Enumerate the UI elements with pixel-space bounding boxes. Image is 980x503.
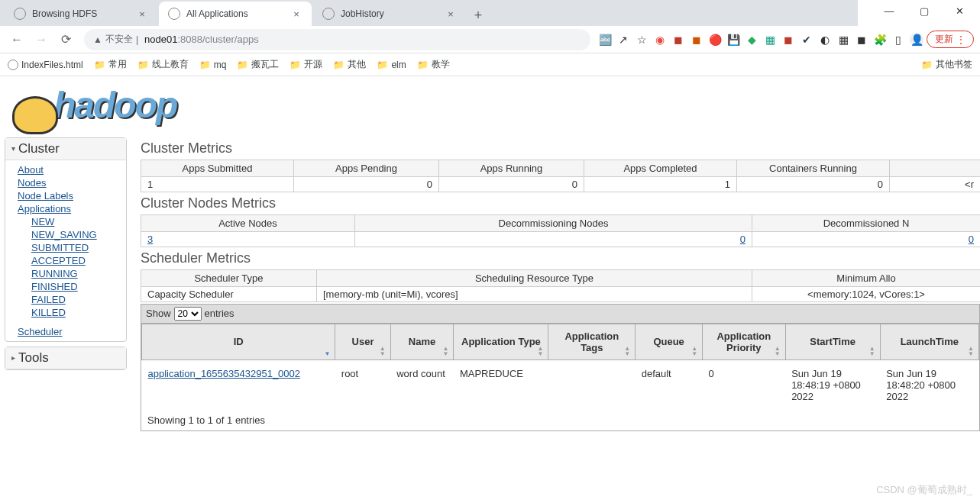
- ext-icon[interactable]: ▦: [763, 33, 777, 47]
- reload-button[interactable]: ⟳: [55, 29, 76, 50]
- sidebar-link-scheduler[interactable]: Scheduler: [18, 325, 126, 338]
- cell-name: word count: [390, 360, 454, 410]
- close-icon[interactable]: ×: [136, 8, 148, 20]
- bookmark-folder[interactable]: 📁线上教育: [137, 58, 189, 71]
- column-header-tags[interactable]: Application Tags▲▼: [548, 324, 636, 360]
- column-header[interactable]: Apps Pending: [294, 160, 439, 176]
- forward-button[interactable]: →: [31, 29, 52, 50]
- sidebar-link-new-saving[interactable]: NEW_SAVING: [31, 228, 126, 241]
- tab-all-applications[interactable]: All Applications ×: [159, 2, 312, 26]
- folder-icon: 📁: [333, 60, 344, 70]
- globe-icon: [14, 8, 26, 20]
- cell: 1: [141, 176, 294, 192]
- column-header[interactable]: Minimum Allo: [752, 269, 981, 286]
- link[interactable]: 0: [740, 234, 746, 245]
- update-button[interactable]: 更新 ⋮: [927, 31, 974, 48]
- ext-icon[interactable]: 🔴: [708, 33, 722, 47]
- sidebar-link-submitted[interactable]: SUBMITTED: [31, 241, 126, 254]
- sidebar-link-new[interactable]: NEW: [31, 215, 126, 228]
- minimize-button[interactable]: —: [872, 0, 907, 21]
- bookmark-folder[interactable]: 📁常用: [94, 58, 127, 71]
- sidebar-link-finished[interactable]: FINISHED: [31, 280, 126, 293]
- bookmark-folder[interactable]: 📁mq: [199, 60, 227, 70]
- ext-icon[interactable]: ▦: [836, 33, 850, 47]
- toolbar: ← → ⟳ ▲ 不安全 | node01:8088/cluster/apps 🔤…: [0, 26, 980, 53]
- sidebar-header-cluster[interactable]: ▾Cluster: [5, 138, 126, 160]
- extensions-icon[interactable]: 🧩: [873, 33, 887, 47]
- new-tab-button[interactable]: +: [467, 5, 489, 26]
- address-bar[interactable]: ▲ 不安全 | node01:8088/cluster/apps: [84, 29, 590, 50]
- share-icon[interactable]: ↗: [616, 33, 630, 47]
- cell: 0: [737, 176, 890, 192]
- ext-icon[interactable]: 💾: [726, 33, 740, 47]
- cell-queue: default: [636, 360, 703, 410]
- column-header-id[interactable]: ID▼: [142, 324, 335, 360]
- cell: [memory-mb (unit=Mi), vcores]: [317, 286, 752, 301]
- ext-icon[interactable]: ◼: [690, 33, 703, 47]
- sidebar-link-nodes[interactable]: Nodes: [18, 176, 126, 189]
- table-row: 3 0 0: [141, 231, 981, 247]
- close-icon[interactable]: ×: [445, 8, 457, 20]
- column-header[interactable]: Active Nodes: [141, 214, 355, 231]
- sidebar-link-killed[interactable]: KILLED: [31, 306, 126, 319]
- profile-icon[interactable]: 👤: [910, 33, 923, 47]
- ext-icon[interactable]: ◼: [671, 33, 685, 47]
- close-icon[interactable]: ×: [290, 8, 302, 20]
- column-header[interactable]: Scheduling Resource Type: [317, 269, 752, 286]
- reading-list-icon[interactable]: ▯: [891, 33, 905, 47]
- star-icon[interactable]: ☆: [635, 33, 648, 47]
- bookmark-folder[interactable]: 📁开源: [289, 58, 322, 71]
- column-header-type[interactable]: Application Type▲▼: [454, 324, 548, 360]
- sidebar-header-tools[interactable]: ▸Tools: [5, 347, 126, 369]
- ext-icon[interactable]: ◆: [745, 33, 758, 47]
- ext-icon[interactable]: ◐: [818, 33, 832, 47]
- entries-select[interactable]: 20: [174, 307, 202, 321]
- ext-icon[interactable]: ◼: [781, 33, 795, 47]
- ext-icon[interactable]: ✔: [800, 33, 813, 47]
- column-header-queue[interactable]: Queue▲▼: [636, 324, 703, 360]
- cluster-metrics-table: Apps Submitted Apps Pending Apps Running…: [141, 160, 980, 192]
- column-header[interactable]: Scheduler Type: [141, 269, 317, 286]
- translate-icon[interactable]: 🔤: [598, 33, 612, 47]
- bookmark-folder[interactable]: 📁其他: [333, 58, 366, 71]
- sidebar-link-about[interactable]: About: [18, 163, 126, 176]
- bookmark-folder[interactable]: 📁搬瓦工: [237, 58, 279, 71]
- globe-icon: [8, 60, 18, 70]
- nodes-metrics-table: Active Nodes Decommissioning Nodes Decom…: [141, 214, 980, 247]
- application-link[interactable]: application_1655635432951_0002: [148, 368, 301, 379]
- column-header[interactable]: Containers Running: [737, 160, 890, 176]
- link[interactable]: 0: [969, 234, 974, 245]
- section-header: Cluster Nodes Metrics: [141, 192, 980, 214]
- tab-browsing-hdfs[interactable]: Browsing HDFS ×: [5, 2, 157, 26]
- back-button[interactable]: ←: [6, 29, 27, 50]
- column-header[interactable]: Decommissioning Nodes: [355, 214, 752, 231]
- sidebar-link-running[interactable]: RUNNING: [31, 267, 126, 280]
- ext-icon[interactable]: ◼: [855, 33, 868, 47]
- link[interactable]: 3: [147, 234, 153, 245]
- sort-icon: ▲▼: [380, 346, 386, 356]
- sidebar-link-node-labels[interactable]: Node Labels: [18, 189, 126, 202]
- column-header[interactable]: Apps Running: [439, 160, 584, 176]
- column-header-priority[interactable]: Application Priority▲▼: [703, 324, 786, 360]
- ext-icon[interactable]: ◉: [653, 33, 667, 47]
- caret-right-icon: ▸: [11, 353, 15, 362]
- column-header[interactable]: [890, 160, 981, 176]
- sidebar-link-failed[interactable]: FAILED: [31, 293, 126, 306]
- maximize-button[interactable]: ▢: [907, 0, 942, 21]
- bookmark-item[interactable]: IndexFiles.html: [8, 60, 83, 70]
- tab-jobhistory[interactable]: JobHistory ×: [313, 2, 466, 26]
- bookmark-folder[interactable]: 📁教学: [417, 58, 450, 71]
- other-bookmarks[interactable]: 📁其他书签: [921, 58, 972, 71]
- main-content: Cluster Metrics Apps Submitted Apps Pend…: [131, 137, 980, 431]
- column-header-start[interactable]: StartTime▲▼: [785, 324, 880, 360]
- sidebar-link-accepted[interactable]: ACCEPTED: [31, 254, 126, 267]
- column-header[interactable]: Apps Submitted: [141, 160, 294, 176]
- column-header-name[interactable]: Name▲▼: [390, 324, 454, 360]
- column-header-launch[interactable]: LaunchTime▲▼: [880, 324, 978, 360]
- column-header[interactable]: Apps Completed: [584, 160, 737, 176]
- sidebar-link-applications[interactable]: Applications: [18, 202, 126, 215]
- column-header[interactable]: Decommissioned N: [752, 214, 981, 231]
- bookmark-folder[interactable]: 📁elm: [377, 60, 406, 70]
- close-button[interactable]: ✕: [942, 0, 977, 21]
- column-header-user[interactable]: User▲▼: [335, 324, 390, 360]
